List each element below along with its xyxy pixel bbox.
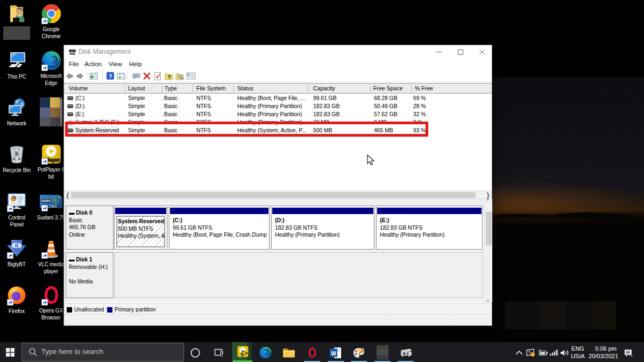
- svg-text:sudani: sudani: [41, 199, 51, 202]
- svg-text:?: ?: [109, 73, 112, 80]
- svg-text:PH: PH: [240, 353, 244, 356]
- svg-text:W: W: [331, 351, 336, 357]
